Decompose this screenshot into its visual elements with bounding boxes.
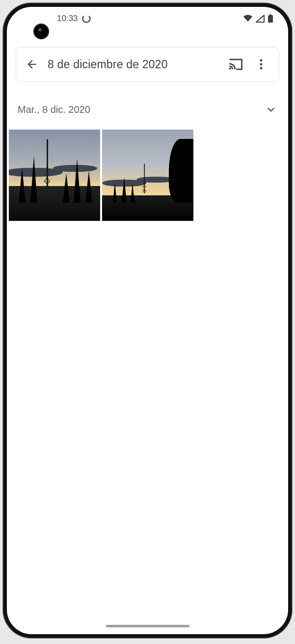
status-time: 10:33 xyxy=(57,14,78,24)
gesture-bar[interactable] xyxy=(106,625,189,627)
phone-screen: 10:33 8 de diciembre de 2020 xyxy=(7,7,288,634)
cast-icon xyxy=(228,58,243,71)
app-bar: 8 de diciembre de 2020 xyxy=(16,47,279,81)
phone-frame: 10:33 8 de diciembre de 2020 xyxy=(3,3,292,638)
svg-rect-0 xyxy=(268,15,273,23)
wifi-icon xyxy=(243,15,253,23)
more-vert-icon xyxy=(260,58,263,70)
date-label: Mar., 8 dic. 2020 xyxy=(18,104,265,115)
date-header[interactable]: Mar., 8 dic. 2020 xyxy=(7,81,288,116)
cast-button[interactable] xyxy=(224,53,247,76)
photo-thumbnail[interactable] xyxy=(9,130,100,221)
photo-grid xyxy=(9,116,288,221)
status-bar: 10:33 xyxy=(7,7,288,30)
photo-thumbnail[interactable] xyxy=(102,130,193,221)
loading-spinner-icon xyxy=(82,14,91,23)
chevron-down-icon xyxy=(265,103,277,116)
status-left: 10:33 xyxy=(57,14,91,24)
back-button[interactable] xyxy=(20,53,44,76)
battery-icon xyxy=(268,14,273,23)
svg-point-5 xyxy=(260,67,263,70)
app-bar-title: 8 de diciembre de 2020 xyxy=(46,58,222,71)
more-button[interactable] xyxy=(249,53,273,76)
status-right xyxy=(243,14,273,23)
svg-point-2 xyxy=(229,68,231,70)
arrow-left-icon xyxy=(26,58,38,71)
svg-point-4 xyxy=(260,63,263,66)
svg-point-3 xyxy=(260,59,263,62)
cellular-icon xyxy=(256,15,265,23)
svg-rect-1 xyxy=(269,14,271,16)
